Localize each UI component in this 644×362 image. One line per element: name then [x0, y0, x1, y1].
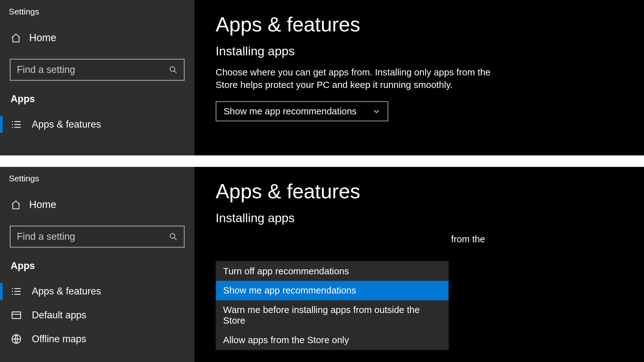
- offline-maps-icon: [11, 333, 22, 345]
- section-heading-installing-apps: Installing apps: [216, 44, 623, 58]
- sidebar-item-apps-features[interactable]: Apps & features: [0, 112, 194, 136]
- section-description: Choose where you can get apps from. Inst…: [216, 66, 498, 91]
- svg-line-1: [174, 71, 176, 73]
- apps-features-icon: [11, 119, 22, 130]
- window-title: Settings: [0, 4, 194, 27]
- search-icon: [169, 65, 178, 74]
- search-icon: [169, 232, 178, 241]
- app-source-dropdown[interactable]: Show me app recommendations: [216, 101, 389, 121]
- sidebar-item-label: Apps & features: [32, 119, 101, 130]
- section-heading-installing-apps: Installing apps: [216, 211, 623, 225]
- settings-window-closed-dropdown: Settings Home Apps Apps & features Apps …: [0, 0, 644, 156]
- svg-line-9: [174, 238, 176, 240]
- search-input[interactable]: [17, 231, 169, 243]
- sidebar-section-apps: Apps: [0, 89, 194, 112]
- window-title: Settings: [0, 171, 194, 194]
- home-nav[interactable]: Home: [0, 194, 194, 216]
- home-icon: [11, 199, 21, 210]
- chevron-down-icon: [373, 107, 380, 115]
- section-description-partial: from the: [216, 233, 485, 246]
- sidebar-item-apps-features[interactable]: Apps & features: [0, 279, 194, 303]
- sidebar-item-default-apps[interactable]: Default apps: [0, 303, 194, 327]
- sidebar: Settings Home Apps Apps & features: [0, 0, 194, 156]
- svg-point-8: [170, 233, 175, 238]
- sidebar-item-label: Default apps: [32, 310, 86, 321]
- main-content: Apps & features Installing apps from the…: [194, 167, 644, 362]
- home-label: Home: [29, 199, 56, 211]
- svg-point-0: [170, 67, 175, 71]
- home-label: Home: [29, 32, 56, 44]
- page-title: Apps & features: [216, 12, 623, 36]
- image-separator: [0, 156, 644, 167]
- settings-window-open-dropdown: Settings Home Apps Apps & features Defau…: [0, 167, 644, 362]
- sidebar-item-label: Offline maps: [32, 333, 86, 345]
- dropdown-value: Show me app recommendations: [224, 106, 357, 117]
- home-icon: [11, 32, 21, 43]
- search-input[interactable]: [17, 64, 169, 76]
- main-content: Apps & features Installing apps Choose w…: [194, 0, 644, 156]
- home-nav[interactable]: Home: [0, 27, 194, 49]
- dropdown-option[interactable]: Turn off app recommendations: [216, 261, 448, 281]
- search-input-container[interactable]: [10, 226, 185, 248]
- page-title: Apps & features: [216, 179, 623, 203]
- sidebar: Settings Home Apps Apps & features Defau…: [0, 167, 194, 362]
- search-input-container[interactable]: [10, 59, 185, 81]
- default-apps-icon: [11, 310, 22, 321]
- dropdown-option[interactable]: Allow apps from the Store only: [216, 330, 448, 350]
- sidebar-item-offline-maps[interactable]: Offline maps: [0, 327, 194, 351]
- apps-features-icon: [11, 286, 22, 297]
- sidebar-section-apps: Apps: [0, 255, 194, 279]
- app-source-dropdown-popup: Turn off app recommendations Show me app…: [216, 261, 449, 350]
- sidebar-item-label: Apps & features: [32, 286, 101, 297]
- svg-rect-16: [12, 312, 20, 319]
- dropdown-option[interactable]: Warn me before installing apps from outs…: [216, 300, 448, 330]
- dropdown-option[interactable]: Show me app recommendations: [216, 281, 448, 300]
